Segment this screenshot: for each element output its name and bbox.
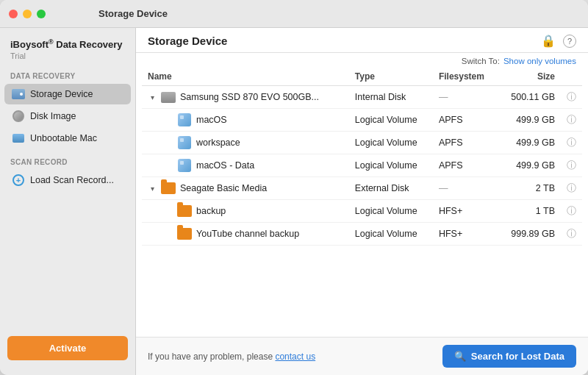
traffic-lights: [9, 10, 46, 18]
table-row[interactable]: ▾Samsung SSD 870 EVO 500GB...Internal Di…: [142, 86, 582, 109]
device-name-label: workspace: [196, 138, 240, 148]
cell-type: External Disk: [349, 177, 433, 200]
col-type: Type: [349, 68, 433, 86]
footer-message: If you have any problem, please contact …: [148, 351, 315, 362]
cell-info: ⓘ: [561, 223, 582, 246]
cell-info: ⓘ: [561, 86, 582, 109]
section-data-recovery-label: Data Recovery: [0, 63, 135, 83]
table-row[interactable]: YouTube channel backupLogical VolumeHFS+…: [142, 223, 582, 246]
show-only-volumes-link[interactable]: Show only volumes: [503, 57, 576, 65]
sidebar-item-unbootable-mac[interactable]: Unbootable Mac: [4, 128, 131, 149]
section-scan-record-label: Scan Record: [0, 149, 135, 169]
col-info: [561, 68, 582, 86]
ssd-device-icon: [161, 90, 176, 104]
maximize-button[interactable]: [37, 10, 46, 18]
cell-filesystem: HFS+: [433, 223, 498, 246]
cell-filesystem: APFS: [433, 154, 498, 177]
switch-to-bar: Switch To: Show only volumes: [136, 53, 588, 68]
header-icons: 🔒 ?: [541, 34, 576, 48]
search-lost-data-button[interactable]: 🔍 Search for Lost Data: [442, 345, 576, 368]
sidebar: iBoysoft® Data Recovery Trial Data Recov…: [0, 28, 136, 375]
footer-text-prefix: If you have any problem, please: [148, 351, 275, 362]
vol-mac-device-icon: [177, 135, 192, 150]
table-body: ▾Samsung SSD 870 EVO 500GB...Internal Di…: [142, 86, 582, 246]
device-name-label: macOS: [196, 115, 227, 125]
info-icon[interactable]: ⓘ: [567, 160, 576, 171]
cell-info: ⓘ: [561, 132, 582, 154]
cell-size: 499.9 GB: [498, 132, 561, 154]
folder-orange-device-icon: [177, 226, 192, 241]
sidebar-item-load-scan-label: Load Scan Record...: [30, 175, 114, 185]
title-bar: Storage Device: [0, 0, 588, 28]
cell-type: Logical Volume: [349, 132, 433, 154]
cell-type: Logical Volume: [349, 109, 433, 132]
info-icon[interactable]: ⓘ: [567, 182, 576, 193]
col-size: Size: [498, 68, 561, 86]
table-row[interactable]: macOS - DataLogical VolumeAPFS499.9 GBⓘ: [142, 154, 582, 177]
devices-table-container: Name Type Filesystem Size ▾Samsung SSD 8…: [136, 68, 588, 337]
storage-device-icon: [12, 88, 25, 101]
cell-name: ▾Seagate Basic Media: [142, 177, 349, 200]
sidebar-item-unbootable-mac-label: Unbootable Mac: [30, 133, 97, 143]
activate-button[interactable]: Activate: [7, 336, 128, 360]
cell-info: ⓘ: [561, 109, 582, 132]
cell-type: Internal Disk: [349, 86, 433, 109]
info-icon[interactable]: ⓘ: [567, 137, 576, 148]
contact-us-link[interactable]: contact us: [275, 351, 315, 362]
info-icon[interactable]: ⓘ: [567, 91, 576, 102]
cell-name: backup: [142, 200, 349, 223]
cell-filesystem: APFS: [433, 132, 498, 154]
cell-info: ⓘ: [561, 154, 582, 177]
sidebar-item-storage-device[interactable]: Storage Device: [4, 84, 131, 104]
info-icon[interactable]: ⓘ: [567, 228, 576, 239]
cell-name: macOS - Data: [142, 154, 349, 177]
load-scan-icon: +: [12, 174, 25, 187]
app-window: Storage Device iBoysoft® Data Recovery T…: [0, 0, 588, 375]
vol-mac-device-icon: [177, 158, 192, 173]
lock-icon[interactable]: 🔒: [541, 34, 556, 48]
cell-filesystem: HFS+: [433, 200, 498, 223]
cell-name: macOS: [142, 109, 349, 132]
table-row[interactable]: ▾Seagate Basic MediaExternal Disk—2 TBⓘ: [142, 177, 582, 200]
table-row[interactable]: workspaceLogical VolumeAPFS499.9 GBⓘ: [142, 132, 582, 154]
col-filesystem: Filesystem: [433, 68, 498, 86]
device-name-label: YouTube channel backup: [196, 229, 299, 239]
cell-name: ▾Samsung SSD 870 EVO 500GB...: [142, 86, 349, 109]
cell-size: 500.11 GB: [498, 86, 561, 109]
cell-type: Logical Volume: [349, 223, 433, 246]
folder-orange-device-icon: [161, 181, 176, 196]
col-name: Name: [142, 68, 349, 86]
window-title: Storage Device: [98, 8, 168, 19]
device-name-label: macOS - Data: [196, 160, 254, 171]
content-area: Storage Device 🔒 ? Switch To: Show only …: [136, 28, 588, 375]
vol-mac-device-icon: [177, 113, 192, 127]
chevron-icon[interactable]: ▾: [148, 93, 157, 101]
cell-type: Logical Volume: [349, 154, 433, 177]
cell-name: workspace: [142, 132, 349, 154]
chevron-icon[interactable]: ▾: [148, 185, 157, 193]
search-button-icon: 🔍: [454, 351, 466, 362]
cell-name: YouTube channel backup: [142, 223, 349, 246]
info-icon[interactable]: ⓘ: [567, 114, 576, 125]
table-row[interactable]: macOSLogical VolumeAPFS499.9 GBⓘ: [142, 109, 582, 132]
app-name: iBoysoft® Data Recovery: [10, 38, 125, 51]
folder-orange-device-icon: [177, 204, 192, 218]
disk-image-icon: [12, 110, 25, 123]
cell-filesystem: APFS: [433, 109, 498, 132]
sidebar-item-load-scan[interactable]: + Load Scan Record...: [4, 170, 131, 190]
content-title: Storage Device: [148, 35, 227, 47]
close-button[interactable]: [9, 10, 18, 18]
cell-size: 999.89 GB: [498, 223, 561, 246]
app-branding: iBoysoft® Data Recovery Trial: [0, 38, 135, 63]
minimize-button[interactable]: [23, 10, 32, 18]
help-icon[interactable]: ?: [563, 35, 576, 48]
info-icon[interactable]: ⓘ: [567, 205, 576, 216]
device-name-label: backup: [196, 206, 226, 216]
cell-size: 499.9 GB: [498, 109, 561, 132]
table-row[interactable]: backupLogical VolumeHFS+1 TBⓘ: [142, 200, 582, 223]
table-header: Name Type Filesystem Size: [142, 68, 582, 86]
device-name-label: Samsung SSD 870 EVO 500GB...: [180, 92, 319, 102]
sidebar-item-disk-image[interactable]: Disk Image: [4, 106, 131, 126]
app-trial-label: Trial: [10, 51, 125, 60]
cell-type: Logical Volume: [349, 200, 433, 223]
